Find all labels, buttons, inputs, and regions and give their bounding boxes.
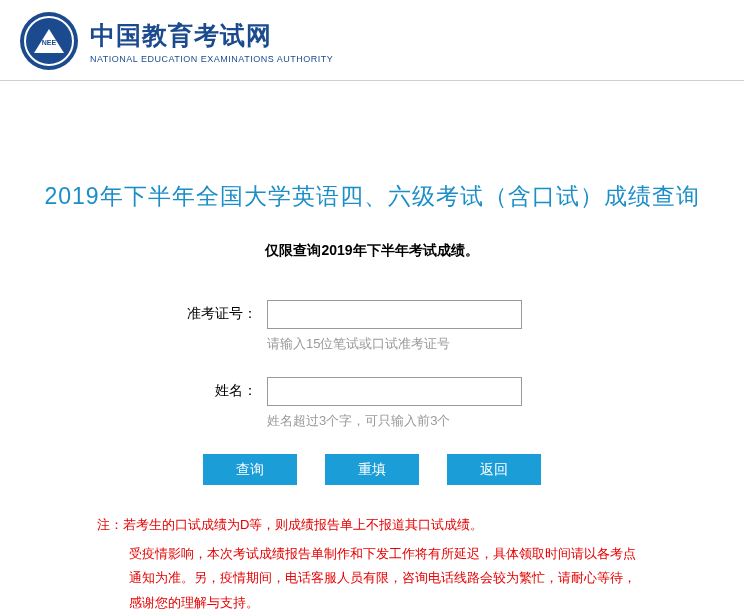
site-title-en: NATIONAL EDUCATION EXAMINATIONS AUTHORIT… — [90, 54, 333, 64]
name-input[interactable] — [267, 377, 522, 406]
logo-icon: NEE — [20, 12, 78, 70]
name-label: 姓名： — [152, 377, 267, 400]
site-header: NEE 中国教育考试网 NATIONAL EDUCATION EXAMINATI… — [0, 0, 744, 81]
main-content: 2019年下半年全国大学英语四、六级考试（含口试）成绩查询 仅限查询2019年下… — [0, 81, 744, 612]
query-button[interactable]: 查询 — [203, 454, 297, 485]
back-button[interactable]: 返回 — [447, 454, 541, 485]
name-row: 姓名： 姓名超过3个字，可只输入前3个 — [152, 377, 592, 430]
page-title: 2019年下半年全国大学英语四、六级考试（含口试）成绩查询 — [40, 181, 704, 212]
notes-block: 注：若考生的口试成绩为D等，则成绩报告单上不报道其口试成绩。 受疫情影响，本次考… — [97, 513, 647, 612]
ticket-label: 准考证号： — [152, 300, 267, 323]
reset-button[interactable]: 重填 — [325, 454, 419, 485]
button-row: 查询 重填 返回 — [152, 454, 592, 485]
note-line-1: 注：若考生的口试成绩为D等，则成绩报告单上不报道其口试成绩。 — [97, 513, 647, 538]
name-hint: 姓名超过3个字，可只输入前3个 — [267, 412, 592, 430]
query-form: 准考证号： 请输入15位笔试或口试准考证号 姓名： 姓名超过3个字，可只输入前3… — [152, 300, 592, 485]
title-block: 中国教育考试网 NATIONAL EDUCATION EXAMINATIONS … — [90, 19, 333, 64]
ticket-row: 准考证号： 请输入15位笔试或口试准考证号 — [152, 300, 592, 353]
ticket-input[interactable] — [267, 300, 522, 329]
note-line-2: 受疫情影响，本次考试成绩报告单制作和下发工作将有所延迟，具体领取时间请以各考点通… — [97, 542, 647, 612]
ticket-hint: 请输入15位笔试或口试准考证号 — [267, 335, 592, 353]
site-title-cn: 中国教育考试网 — [90, 19, 333, 52]
subtitle: 仅限查询2019年下半年考试成绩。 — [40, 242, 704, 260]
